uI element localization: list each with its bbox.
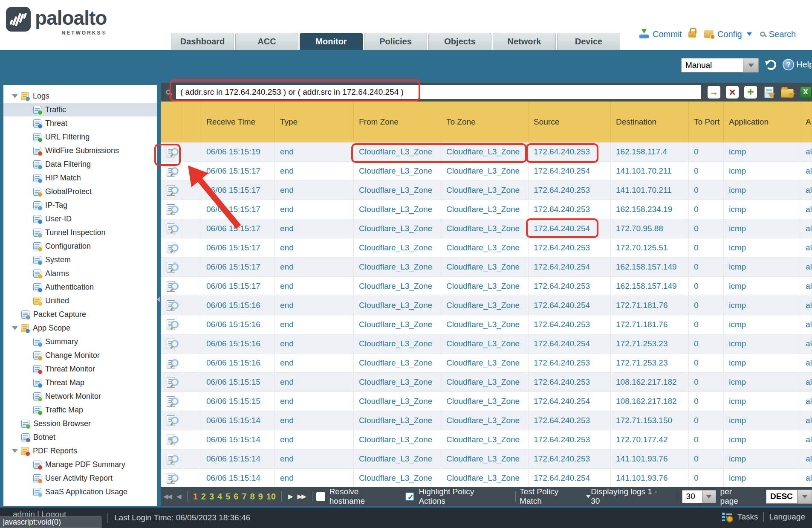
- cell-to-zone[interactable]: Cloudflare_L3_Zone: [441, 142, 529, 161]
- cell-destination[interactable]: 172.71.253.23: [616, 358, 668, 368]
- cell-source[interactable]: 172.64.240.254: [529, 219, 611, 238]
- cell-from-zone[interactable]: Cloudflare_L3_Zone: [354, 258, 441, 276]
- commit-button[interactable]: Commit: [653, 29, 682, 39]
- page-number[interactable]: 3: [209, 492, 214, 502]
- cell-to-zone[interactable]: Cloudflare_L3_Zone: [441, 162, 529, 180]
- cell-from-zone[interactable]: Cloudflare_L3_Zone: [354, 354, 441, 372]
- page-number[interactable]: 7: [242, 492, 246, 502]
- cell-to-zone[interactable]: Cloudflare_L3_Zone: [441, 334, 529, 353]
- sidebar-item[interactable]: SaaS Application Usage: [3, 485, 157, 499]
- cell-application[interactable]: icmp: [724, 411, 801, 430]
- cell-destination[interactable]: 141.101.93.76: [616, 473, 668, 483]
- cell-to-zone[interactable]: Cloudflare_L3_Zone: [441, 296, 529, 315]
- log-detail-icon[interactable]: [167, 339, 175, 349]
- log-detail-icon[interactable]: [167, 319, 175, 330]
- per-page-select[interactable]: 30: [682, 490, 716, 503]
- cell-destination[interactable]: 172.71.153.150: [616, 416, 672, 425]
- sidebar-item[interactable]: Unified: [3, 294, 157, 308]
- page-number[interactable]: 10: [266, 492, 276, 502]
- cell-from-zone[interactable]: Cloudflare_L3_Zone: [354, 162, 441, 180]
- cell-to-zone[interactable]: Cloudflare_L3_Zone: [441, 315, 529, 334]
- sidebar-item[interactable]: WildFire Submissions: [3, 144, 157, 157]
- sidebar-item[interactable]: HIP Match: [3, 171, 157, 185]
- cell-destination[interactable]: 108.162.217.182: [616, 377, 677, 387]
- cell-application[interactable]: icmp: [724, 277, 801, 296]
- page-number[interactable]: 9: [258, 492, 263, 502]
- filter-query-input[interactable]: [176, 85, 701, 99]
- col-application[interactable]: Application: [724, 102, 801, 142]
- tree-expand-icon[interactable]: [12, 326, 18, 330]
- cell-source[interactable]: 172.64.240.253: [529, 354, 611, 372]
- sidebar-item[interactable]: Botnet: [3, 430, 157, 444]
- sidebar-item[interactable]: Threat: [3, 116, 157, 130]
- cell-from-zone[interactable]: Cloudflare_L3_Zone: [354, 334, 441, 353]
- sidebar-item[interactable]: User-ID: [3, 212, 157, 226]
- cell-to-zone[interactable]: Cloudflare_L3_Zone: [441, 277, 529, 296]
- sidebar-item[interactable]: Network Monitor: [3, 389, 157, 403]
- col-destination[interactable]: Destination: [611, 102, 689, 142]
- log-detail-icon[interactable]: [167, 147, 175, 157]
- cell-application[interactable]: icmp: [724, 162, 801, 180]
- sidebar-item[interactable]: Threat Monitor: [3, 362, 157, 376]
- cell-application[interactable]: icmp: [724, 392, 801, 411]
- resolve-hostname-label[interactable]: Resolve hostname: [329, 487, 396, 506]
- cell-application[interactable]: icmp: [724, 334, 801, 353]
- cell-application[interactable]: icmp: [724, 450, 801, 468]
- sort-order-dropdown-button[interactable]: [798, 490, 812, 504]
- cell-to-zone[interactable]: Cloudflare_L3_Zone: [441, 392, 529, 411]
- last-page-button[interactable]: ▶▶: [298, 493, 306, 500]
- cell-source[interactable]: 172.64.240.254: [529, 296, 611, 315]
- highlight-policy-label[interactable]: Highlight Policy Actions: [419, 487, 502, 506]
- cell-application[interactable]: icmp: [724, 373, 801, 392]
- sidebar-item[interactable]: Alarms: [3, 267, 157, 280]
- cell-from-zone[interactable]: Cloudflare_L3_Zone: [354, 200, 441, 219]
- nav-tab[interactable]: Policies: [364, 33, 427, 50]
- cell-from-zone[interactable]: Cloudflare_L3_Zone: [354, 430, 441, 449]
- cell-to-zone[interactable]: Cloudflare_L3_Zone: [441, 469, 529, 487]
- cell-application[interactable]: icmp: [724, 315, 801, 334]
- nav-tab[interactable]: Objects: [428, 33, 491, 50]
- cell-from-zone[interactable]: Cloudflare_L3_Zone: [354, 315, 441, 334]
- sidebar-item[interactable]: URL Filtering: [3, 130, 157, 144]
- cell-source[interactable]: 172.64.240.253: [529, 277, 611, 296]
- config-caret-icon[interactable]: [747, 32, 752, 36]
- cell-destination[interactable]: 162.158.157.149: [616, 262, 677, 272]
- tasks-button[interactable]: Tasks: [737, 512, 758, 522]
- sidebar-item[interactable]: Logs: [3, 89, 157, 103]
- cell-to-zone[interactable]: Cloudflare_L3_Zone: [441, 411, 529, 430]
- log-detail-icon[interactable]: [167, 185, 175, 196]
- page-number[interactable]: 4: [217, 492, 222, 502]
- cell-from-zone[interactable]: Cloudflare_L3_Zone: [354, 469, 441, 487]
- tree-expand-icon[interactable]: [12, 94, 18, 98]
- page-number[interactable]: 6: [234, 492, 238, 502]
- sidebar-item[interactable]: Configuration: [3, 239, 157, 253]
- cell-to-zone[interactable]: Cloudflare_L3_Zone: [441, 258, 529, 276]
- cell-to-zone[interactable]: Cloudflare_L3_Zone: [441, 430, 529, 449]
- cell-destination[interactable]: 162.158.234.19: [616, 205, 672, 214]
- cell-destination[interactable]: 172.70.177.42: [616, 435, 668, 444]
- cell-destination[interactable]: 108.162.217.182: [616, 397, 677, 406]
- nav-tab[interactable]: ACC: [235, 33, 298, 50]
- sidebar-item[interactable]: Summary: [3, 335, 157, 348]
- sidebar-item[interactable]: Manage PDF Summary: [3, 458, 157, 471]
- cell-destination[interactable]: 172.71.181.76: [616, 320, 668, 329]
- cell-source[interactable]: 172.64.240.253: [529, 181, 611, 200]
- cell-application[interactable]: icmp: [724, 354, 801, 372]
- nav-tab[interactable]: Monitor: [300, 33, 363, 50]
- log-detail-icon[interactable]: [167, 262, 175, 273]
- cell-source[interactable]: 172.64.240.254: [529, 334, 611, 353]
- sidebar-item[interactable]: Data Filtering: [3, 157, 157, 171]
- cell-source[interactable]: 172.64.240.253: [529, 200, 611, 219]
- search-button[interactable]: Search: [769, 29, 796, 39]
- page-number[interactable]: 1: [193, 492, 198, 502]
- clear-filter-button[interactable]: ×: [726, 86, 739, 99]
- resolve-hostname-checkbox[interactable]: [316, 492, 325, 501]
- next-page-button[interactable]: ▶: [288, 493, 292, 500]
- cell-from-zone[interactable]: Cloudflare_L3_Zone: [354, 181, 441, 200]
- log-detail-icon[interactable]: [167, 281, 175, 292]
- sidebar-item[interactable]: Traffic: [3, 103, 157, 116]
- cell-source[interactable]: 172.64.240.254: [529, 162, 611, 180]
- refresh-icon[interactable]: [766, 60, 776, 70]
- cell-source[interactable]: 172.64.240.254: [529, 258, 611, 276]
- sidebar-item[interactable]: Change Monitor: [3, 348, 157, 362]
